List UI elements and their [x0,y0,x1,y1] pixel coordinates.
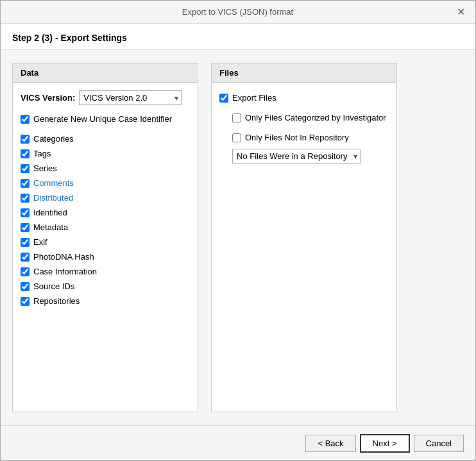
sourceids-row: Source IDs [21,279,190,294]
comments-checkbox[interactable] [21,179,30,188]
metadata-row: Metadata [21,220,190,235]
export-files-label[interactable]: Export Files [232,93,276,103]
only-categorized-label[interactable]: Only Files Categorized by Investigator [245,113,386,122]
identified-row: Identified [21,205,190,220]
exif-label[interactable]: Exif [33,237,47,247]
series-label[interactable]: Series [33,163,57,173]
photodna-label[interactable]: PhotoDNA Hash [33,252,94,262]
vics-version-label: VICS Version: [21,93,75,103]
only-not-in-repo-label[interactable]: Only Files Not In Repository [245,133,349,142]
vics-version-select[interactable]: VICS Version 2.0 [79,90,182,105]
files-panel-body: Export Files Only Files Categorized by I… [212,83,396,171]
content-area: Data VICS Version: VICS Version 2.0 Gene… [1,50,475,425]
files-panel-header: Files [212,63,396,83]
tags-checkbox[interactable] [21,149,30,158]
vics-version-select-wrapper: VICS Version 2.0 [79,90,182,105]
metadata-label[interactable]: Metadata [33,222,68,232]
vics-version-row: VICS Version: VICS Version 2.0 [21,90,190,105]
sourceids-label[interactable]: Source IDs [33,281,74,291]
series-checkbox[interactable] [21,164,30,173]
metadata-checkbox[interactable] [21,223,30,232]
photodna-checkbox[interactable] [21,253,30,262]
generate-unique-id-label[interactable]: Generate New Unique Case Identifier [33,114,172,124]
repositories-checkbox[interactable] [21,297,30,306]
data-panel: Data VICS Version: VICS Version 2.0 Gene… [12,63,198,412]
back-button[interactable]: < Back [305,435,355,452]
caseinfo-checkbox[interactable] [21,267,30,276]
comments-label[interactable]: Comments [33,178,74,188]
generate-unique-id-checkbox[interactable] [21,115,30,124]
exif-row: Exif [21,235,190,249]
distributed-label[interactable]: Distributed [33,193,73,203]
caseinfo-label[interactable]: Case Information [33,267,97,276]
tags-label[interactable]: Tags [33,149,51,158]
categories-label[interactable]: Categories [33,134,74,144]
repo-select-wrapper: No Files Were in a Repository [232,149,361,163]
export-dialog: Export to VICS (JSON) format ✕ Step 2 (3… [0,0,476,461]
close-button[interactable]: ✕ [454,6,468,19]
footer: < Back Next > Cancel [1,425,475,460]
categories-row: Categories [21,131,190,146]
identified-checkbox[interactable] [21,208,30,217]
distributed-row: Distributed [21,190,190,205]
data-panel-header: Data [13,63,198,83]
repositories-row: Repositories [21,294,190,308]
caseinfo-row: Case Information [21,264,190,279]
categories-checkbox[interactable] [21,135,30,144]
comments-row: Comments [21,176,190,190]
cancel-button[interactable]: Cancel [414,435,464,452]
series-row: Series [21,161,190,176]
repository-dropdown-row: No Files Were in a Repository [219,149,389,163]
export-files-row: Export Files [219,90,389,105]
repository-select[interactable]: No Files Were in a Repository [232,149,361,163]
dialog-title: Export to VICS (JSON) format [21,7,454,17]
photodna-row: PhotoDNA Hash [21,249,190,264]
distributed-checkbox[interactable] [21,194,30,203]
sourceids-checkbox[interactable] [21,282,30,291]
data-panel-body: VICS Version: VICS Version 2.0 Generate … [13,83,198,316]
repositories-label[interactable]: Repositories [33,296,80,306]
files-panel: Files Export Files Only Files Categorize… [211,63,397,412]
only-not-in-repo-row: Only Files Not In Repository [219,130,389,145]
export-files-checkbox[interactable] [219,94,228,103]
title-bar: Export to VICS (JSON) format ✕ [1,1,475,24]
generate-unique-id-row: Generate New Unique Case Identifier [21,112,190,126]
only-categorized-row: Only Files Categorized by Investigator [219,110,389,125]
step-header: Step 2 (3) - Export Settings [1,24,475,50]
tags-row: Tags [21,146,190,161]
only-not-in-repo-checkbox[interactable] [232,133,241,142]
identified-label[interactable]: Identified [33,208,67,217]
exif-checkbox[interactable] [21,238,30,247]
next-button[interactable]: Next > [360,434,410,453]
only-categorized-checkbox[interactable] [232,113,241,122]
